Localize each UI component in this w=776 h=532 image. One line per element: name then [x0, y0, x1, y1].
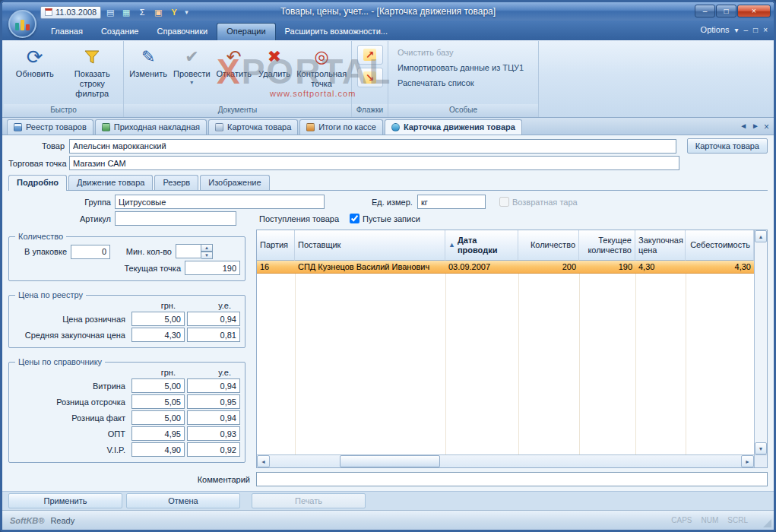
vip-uah-input[interactable] [131, 442, 185, 457]
resize-grip[interactable] [763, 519, 771, 527]
document-tab-bar: Реестр товаров Приходная накладная Карто… [2, 118, 774, 135]
date-picker[interactable]: 11.03.2008 [40, 6, 101, 19]
tab-sozdanie[interactable]: Создание [92, 23, 148, 40]
ribbon-tab-bar: Главная Создание Справочники Операции Ра… [2, 21, 774, 40]
journal-icon[interactable]: ▤ [103, 6, 117, 19]
col-header-current-qty[interactable]: Текущее количество [579, 230, 635, 261]
col-header-cost[interactable]: Себестоимость [686, 230, 754, 261]
tab-scroll-left-icon[interactable]: ◄ [740, 122, 747, 132]
avg-purchase-price-uah-input[interactable] [131, 328, 185, 342]
doctab-itogi-po-kasse[interactable]: Итоги по кассе [299, 119, 383, 135]
rollback-button[interactable]: ↶ Откатить [214, 43, 254, 81]
returnable-checkbox[interactable] [499, 197, 509, 207]
ribbon: XPORTAL www.softportal.com ⟳ Обновить По… [2, 40, 774, 118]
roznica-otsrochka-uah-input[interactable] [131, 394, 185, 409]
report-icon[interactable]: ▣ [151, 6, 165, 19]
empty-records-checkbox[interactable] [350, 214, 359, 223]
opt-usd-input[interactable] [187, 426, 240, 441]
roznica-otsrochka-usd-input[interactable] [187, 394, 240, 409]
retail-price-label: Цена розничная [13, 315, 129, 324]
options-menu[interactable]: Options [701, 25, 730, 34]
spinner-down-icon[interactable]: ▼ [201, 252, 213, 259]
vertical-scrollbar[interactable]: ▲ ▼ [754, 230, 767, 454]
tab-spravochniki[interactable]: Справочники [148, 23, 217, 40]
mdi-close-icon[interactable]: × [763, 26, 768, 34]
returnable-label: Возвратная тара [512, 198, 578, 207]
vitrina-usd-input[interactable] [187, 378, 240, 393]
roznica-fakt-uah-input[interactable] [131, 410, 185, 425]
tab-podrobno[interactable]: Подробно [8, 175, 67, 191]
article-input[interactable] [115, 211, 236, 226]
apply-button[interactable]: Применить [8, 493, 122, 508]
retail-price-uah-input[interactable] [131, 312, 185, 326]
scroll-up-icon[interactable]: ▲ [755, 230, 767, 242]
import-tcu-button[interactable]: Импортировать данные из ТЦУ1 [391, 60, 535, 75]
refresh-button[interactable]: ⟳ Обновить [7, 43, 63, 81]
grid-icon[interactable]: ▦ [119, 6, 133, 19]
tab-operacii[interactable]: Операции [217, 23, 275, 40]
tab-rezerv[interactable]: Резерв [154, 175, 198, 190]
clear-database-button[interactable]: Очистить базу [391, 45, 535, 60]
delete-button[interactable]: ✖ Удалить [255, 43, 293, 81]
col-header-batch[interactable]: Партия [257, 230, 295, 261]
product-card-button[interactable]: Карточка товара [687, 138, 768, 154]
group-label-documents: Документы [124, 104, 351, 117]
roznica-fakt-usd-input[interactable] [187, 410, 240, 425]
col-header-date[interactable]: ▲ Дата проводки [445, 230, 518, 261]
tab-scroll-right-icon[interactable]: ► [752, 122, 759, 132]
print-list-button[interactable]: Распечатать список [391, 75, 535, 90]
flag-down-button[interactable]: ↘ [357, 68, 383, 87]
cancel-button[interactable]: Отмена [126, 493, 240, 508]
filter-quick-icon[interactable]: Y [167, 6, 181, 19]
horizontal-scrollbar[interactable]: ◄ ► [257, 455, 754, 467]
close-button[interactable]: × [737, 5, 771, 17]
scroll-left-icon[interactable]: ◄ [257, 455, 270, 467]
mdi-restore-icon[interactable]: □ [753, 26, 758, 34]
tab-rasshirit[interactable]: Расширить возможности... [276, 23, 397, 40]
sum-icon[interactable]: Σ [135, 6, 149, 19]
col-header-supplier[interactable]: Поставщик [295, 230, 445, 261]
tab-izobrazhenie[interactable]: Изображение [200, 175, 269, 190]
outlet-input[interactable] [69, 156, 679, 170]
min-qty-input[interactable] [176, 244, 201, 258]
app-menu-orb[interactable] [8, 10, 36, 38]
spinner-up-icon[interactable]: ▲ [201, 244, 213, 252]
show-filter-row-button[interactable]: Показать строку фильтра [65, 43, 121, 101]
doctab-prihodnaya-nakladnaya[interactable]: Приходная накладная [95, 119, 207, 135]
edit-button[interactable]: ✎ Изменить [127, 43, 169, 81]
vip-usd-input[interactable] [187, 442, 240, 457]
empty-records-label: Пустые записи [363, 214, 420, 223]
scroll-right-icon[interactable]: ► [741, 455, 754, 467]
checkpoint-button[interactable]: ◎ Контрольная точка [295, 43, 348, 90]
unit-input[interactable] [417, 195, 486, 209]
opt-uah-input[interactable] [131, 426, 185, 441]
maximize-button[interactable]: □ [716, 5, 736, 17]
col-header-purchase-price[interactable]: Закупочная цена [635, 230, 686, 261]
tab-close-icon[interactable]: × [764, 122, 769, 132]
doctab-reestr-tovarov[interactable]: Реестр товаров [7, 119, 93, 135]
table-row[interactable]: 16 СПД Кузнецов Василий Иванович 03.09.2… [257, 261, 754, 274]
per-pack-input[interactable] [71, 245, 110, 259]
receipts-label: Поступления товара [259, 214, 339, 223]
horizontal-scroll-thumb[interactable] [340, 455, 440, 467]
doctab-kartochka-dvizheniya[interactable]: Карточка движения товара [385, 119, 522, 135]
current-point-input[interactable] [185, 261, 240, 275]
tab-glavnaya[interactable]: Главная [42, 23, 92, 40]
detail-tab-content: Группа Ед. измер. Возвратная тара Артику… [8, 191, 768, 491]
post-button[interactable]: ✔ Провести ▾ [171, 43, 212, 86]
qat-dropdown-icon[interactable]: ▾ [185, 8, 188, 16]
vitrina-uah-input[interactable] [131, 378, 185, 393]
scroll-down-icon[interactable]: ▼ [755, 442, 767, 454]
doctab-kartochka-tovara[interactable]: Карточка товара [208, 119, 298, 135]
mdi-minimize-icon[interactable]: – [744, 26, 749, 34]
comment-input[interactable] [256, 472, 768, 486]
col-header-qty[interactable]: Количество [518, 230, 579, 261]
group-input[interactable] [115, 195, 325, 209]
minimize-button[interactable]: – [695, 5, 715, 17]
tab-dvizhenie-tovara[interactable]: Движение товара [68, 175, 153, 190]
retail-price-usd-input[interactable] [187, 312, 240, 326]
flag-up-button[interactable]: ↗ [357, 45, 383, 65]
product-input[interactable] [69, 139, 676, 154]
options-dropdown-icon[interactable]: ▾ [735, 26, 739, 34]
avg-purchase-price-usd-input[interactable] [187, 328, 240, 342]
